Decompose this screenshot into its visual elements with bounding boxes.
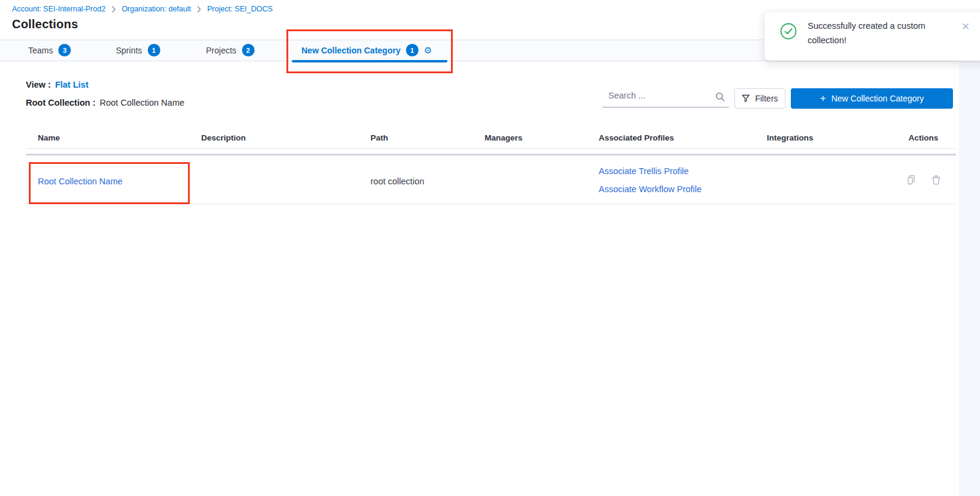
column-header-name: Name: [38, 133, 60, 142]
toast-message-line2: collection!: [808, 34, 957, 48]
tab-new-collection-category-count-badge: 1: [406, 44, 419, 56]
associate-workflow-profile-link[interactable]: Associate Workflow Profile: [599, 184, 701, 194]
tab-projects-count-badge: 2: [242, 44, 255, 56]
plus-icon: +: [820, 93, 826, 103]
close-icon[interactable]: ✕: [961, 22, 970, 32]
toast-message: Successfully created a custom collection…: [808, 19, 957, 47]
tab-projects-label: Projects: [206, 46, 237, 55]
gear-icon[interactable]: ⚙: [424, 46, 432, 55]
search-field: [602, 88, 729, 107]
collections-page: Account: SEI-Internal-Prod2 Organization…: [0, 0, 980, 496]
trash-icon: [931, 174, 942, 186]
view-selector-line: View :Flat List: [26, 80, 88, 89]
tab-new-collection-category[interactable]: New Collection Category 1 ⚙: [301, 40, 432, 61]
filter-funnel-icon: [742, 94, 750, 103]
page-background-band: [959, 61, 980, 496]
row-path-value: root collection: [371, 177, 424, 186]
tab-new-collection-category-label: New Collection Category: [301, 46, 401, 55]
tab-teams-label: Teams: [28, 46, 53, 55]
breadcrumb-organization[interactable]: Organization: default: [122, 5, 191, 13]
toast-message-line1: Successfully created a custom: [808, 19, 957, 34]
column-header-description: Description: [201, 133, 246, 142]
row-divider: [26, 204, 956, 204]
breadcrumb: Account: SEI-Internal-Prod2 Organization…: [12, 5, 273, 13]
success-toast: Successfully created a custom collection…: [764, 12, 980, 61]
table-top-divider: [26, 154, 956, 156]
associate-trellis-profile-link[interactable]: Associate Trellis Profile: [599, 166, 689, 176]
view-label: View :: [26, 80, 51, 89]
column-header-integrations: Integrations: [767, 133, 813, 142]
breadcrumb-project[interactable]: Project: SEI_DOCS: [207, 5, 273, 13]
tab-teams-count-badge: 3: [58, 44, 71, 56]
copy-icon: [906, 174, 918, 186]
column-header-managers: Managers: [485, 133, 522, 142]
breadcrumb-account[interactable]: Account: SEI-Internal-Prod2: [12, 5, 106, 13]
root-collection-value: Root Collection Name: [100, 98, 184, 107]
column-header-actions: Actions: [909, 133, 939, 142]
column-header-associated-profiles: Associated Profiles: [599, 133, 674, 142]
root-collection-label: Root Collection :: [26, 98, 95, 107]
column-header-path: Path: [371, 133, 388, 142]
chevron-right-icon: [112, 6, 116, 13]
chevron-right-icon: [197, 6, 201, 13]
row-name-link[interactable]: Root Collection Name: [38, 177, 122, 186]
new-collection-category-button-label: New Collection Category: [831, 94, 924, 103]
tab-sprints-label: Sprints: [116, 46, 142, 55]
delete-collection-button[interactable]: [930, 173, 943, 186]
page-title: Collections: [12, 17, 78, 31]
copy-collection-button[interactable]: [905, 173, 918, 186]
active-tab-underline: [292, 60, 447, 62]
root-collection-line: Root Collection :Root Collection Name: [26, 98, 184, 107]
new-collection-category-button[interactable]: + New Collection Category: [791, 88, 953, 109]
tab-teams[interactable]: Teams 3: [28, 40, 71, 61]
filters-button[interactable]: Filters: [734, 88, 785, 109]
tab-projects[interactable]: Projects 2: [206, 40, 255, 61]
success-check-icon: [780, 23, 797, 42]
header-divider: [26, 148, 956, 149]
view-flat-list-link[interactable]: Flat List: [55, 80, 89, 89]
tab-sprints[interactable]: Sprints 1: [116, 40, 160, 61]
search-icon: [715, 92, 725, 104]
search-input[interactable]: [602, 88, 729, 107]
filters-button-label: Filters: [755, 94, 778, 103]
tab-sprints-count-badge: 1: [148, 44, 160, 56]
